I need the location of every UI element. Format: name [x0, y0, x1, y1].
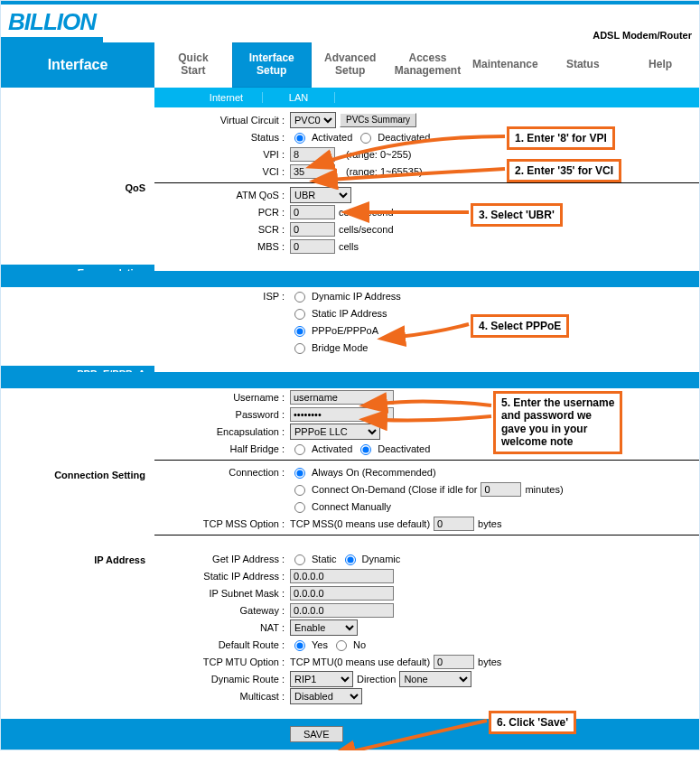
direction-select[interactable]: None	[399, 671, 471, 687]
defroute-label: Default Route :	[154, 639, 290, 650]
status-deactivated-radio[interactable]	[360, 133, 371, 144]
password-input[interactable]	[290, 407, 394, 422]
conn-ondemand-radio[interactable]	[294, 485, 305, 496]
isp-static-text: Static IP Address	[312, 308, 387, 319]
getip-static-text: Static	[312, 554, 337, 564]
scr-units: cells/second	[339, 224, 394, 235]
halfbridge-activated-text: Activated	[312, 443, 352, 454]
scr-label: SCR :	[154, 224, 290, 235]
getip-dynamic-text: Dynamic	[362, 554, 401, 564]
vpi-range-hint: (range: 0~255)	[346, 149, 411, 160]
subnet-label: IP Subnet Mask :	[154, 588, 290, 599]
tab-advanced-setup[interactable]: Advanced Setup	[312, 42, 389, 88]
page-title: Interface	[1, 42, 154, 88]
rip-select[interactable]: RIP1	[290, 671, 353, 687]
multicast-label: Multicast :	[154, 691, 290, 702]
encapsulation-label: Encapsulation :	[154, 426, 290, 437]
device-label: ADSL Modem/Router	[593, 6, 692, 41]
pcr-units: cells/second	[339, 207, 394, 218]
tcpmtu-input[interactable]	[434, 655, 474, 669]
subtab-lan[interactable]: LAN	[263, 92, 335, 103]
tab-interface-setup[interactable]: Interface Setup	[232, 42, 312, 88]
connection-label: Connection :	[154, 467, 290, 478]
tab-quick-start[interactable]: Quick Start	[154, 42, 232, 88]
callout-2: 2. Enter '35' for VCI	[507, 159, 621, 182]
atmqos-select[interactable]: UBR	[290, 187, 351, 203]
staticip-label: Static IP Address :	[154, 571, 290, 582]
subtab-internet[interactable]: Internet	[191, 92, 263, 103]
vpi-label: VPI :	[154, 149, 290, 160]
callout-5: 5. Enter the username and password we ga…	[493, 391, 622, 454]
tab-maintenance[interactable]: Maintenance	[466, 42, 544, 88]
tab-help[interactable]: Help	[621, 42, 699, 88]
conn-manual-text: Connect Manually	[312, 501, 391, 512]
vci-input[interactable]	[290, 164, 335, 179]
halfbridge-deactivated-text: Deactivated	[378, 443, 430, 454]
virtual-circuit-select[interactable]: PVC0	[290, 112, 336, 128]
isp-dynamic-text: Dynamic IP Address	[312, 291, 401, 302]
defroute-no-radio[interactable]	[336, 640, 347, 651]
halfbridge-activated-radio[interactable]	[294, 444, 305, 455]
tab-access-management[interactable]: Access Management	[389, 42, 467, 88]
atmqos-label: ATM QoS :	[154, 190, 290, 200]
isp-bridge-text: Bridge Mode	[312, 342, 368, 353]
mbs-units: cells	[339, 241, 359, 252]
conn-ondemand-input[interactable]	[481, 482, 521, 497]
tcpmss-label: TCP MSS Option :	[154, 518, 290, 529]
direction-label: Direction	[357, 674, 396, 685]
mbs-label: MBS :	[154, 241, 290, 252]
section-ip-label: IP Address	[1, 552, 154, 568]
brand-logo: BILLION	[1, 6, 103, 42]
isp-pppoe-radio[interactable]	[294, 326, 305, 337]
gateway-label: Gateway :	[154, 605, 290, 616]
section-connection-label: Connection Setting	[1, 467, 154, 483]
tcpmtu-units: bytes	[478, 657, 501, 667]
username-label: Username :	[154, 392, 290, 403]
nat-select[interactable]: Enable	[290, 619, 358, 636]
getip-static-radio[interactable]	[294, 554, 305, 565]
status-activated-radio[interactable]	[294, 133, 305, 144]
defroute-no-text: No	[353, 639, 366, 650]
password-label: Password :	[154, 409, 290, 420]
pvcs-summary-button[interactable]: PVCs Summary	[340, 113, 416, 127]
tcpmss-input[interactable]	[434, 517, 474, 531]
gateway-input[interactable]	[290, 603, 394, 618]
multicast-select[interactable]: Disabled	[290, 688, 362, 704]
isp-bridge-radio[interactable]	[294, 343, 305, 354]
defroute-yes-text: Yes	[312, 639, 328, 650]
tab-status[interactable]: Status	[544, 42, 621, 88]
pcr-input[interactable]	[290, 205, 335, 219]
tcpmtu-label: TCP MTU Option :	[154, 657, 290, 667]
virtual-circuit-label: Virtual Circuit :	[154, 115, 290, 126]
subnet-input[interactable]	[290, 586, 394, 601]
callout-6: 6. Click 'Save'	[489, 711, 576, 734]
vpi-input[interactable]	[290, 147, 335, 162]
isp-dynamic-radio[interactable]	[294, 292, 305, 303]
isp-static-radio[interactable]	[294, 309, 305, 320]
username-input[interactable]	[290, 390, 394, 405]
dynroute-label: Dynamic Route :	[154, 674, 290, 685]
callout-4: 4. Select PPPoE	[471, 314, 569, 338]
encapsulation-select[interactable]: PPPoE LLC	[290, 424, 380, 440]
defroute-yes-radio[interactable]	[294, 640, 305, 651]
vci-range-hint: (range: 1~65535)	[346, 166, 423, 177]
conn-ondemand-post: minutes)	[525, 484, 563, 495]
getip-label: Get IP Address :	[154, 554, 290, 564]
staticip-input[interactable]	[290, 569, 394, 583]
conn-always-radio[interactable]	[294, 468, 305, 479]
conn-manual-radio[interactable]	[294, 502, 305, 513]
mbs-input[interactable]	[290, 239, 335, 254]
halfbridge-deactivated-radio[interactable]	[360, 444, 371, 455]
status-label: Status :	[154, 132, 290, 143]
tcpmss-units: bytes	[478, 518, 501, 529]
section-qos-label: QoS	[1, 180, 154, 196]
conn-always-text: Always On (Recommended)	[312, 467, 436, 478]
nat-label: NAT :	[154, 622, 290, 633]
tcpmtu-pre: TCP MTU(0 means use default)	[290, 657, 430, 667]
save-button[interactable]: SAVE	[290, 726, 343, 742]
scr-input[interactable]	[290, 222, 335, 237]
getip-dynamic-radio[interactable]	[345, 554, 356, 565]
callout-3: 3. Select 'UBR'	[471, 203, 563, 227]
pcr-label: PCR :	[154, 207, 290, 218]
tcpmss-pre: TCP MSS(0 means use default)	[290, 518, 430, 529]
